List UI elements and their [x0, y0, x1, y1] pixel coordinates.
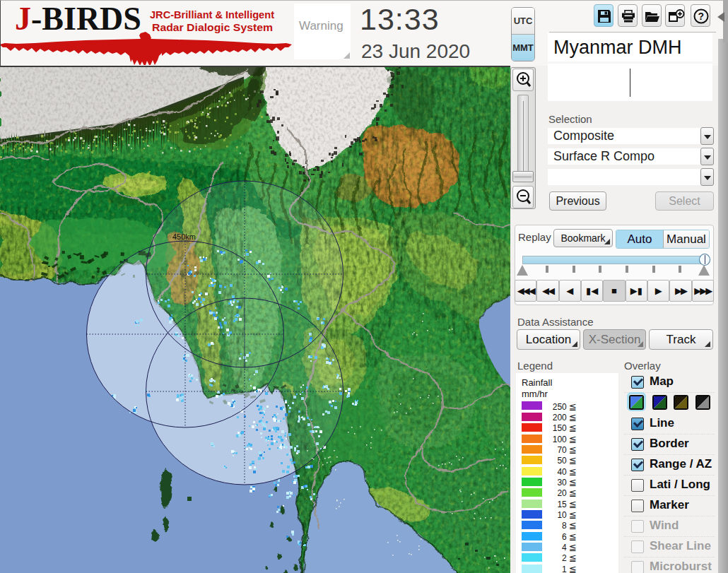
svg-text:?: ?	[698, 11, 705, 22]
svg-text:JRC-Brilliant & Intelligent: JRC-Brilliant & Intelligent	[150, 8, 274, 20]
svg-text:Radar Dialogic System: Radar Dialogic System	[152, 21, 273, 33]
svg-text:450km: 450km	[172, 232, 196, 241]
svg-text:J-BIRDS: J-BIRDS	[15, 1, 141, 37]
